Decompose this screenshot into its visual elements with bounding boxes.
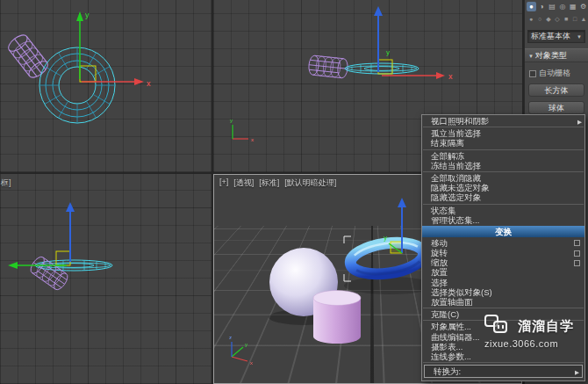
quad-title-transform: 变换 [422,226,584,237]
category-cameras-icon[interactable]: ◇ [554,15,561,23]
menu-item-unhide-all[interactable]: 全部取消隐藏 [422,173,584,183]
autogrid-checkbox[interactable] [529,70,536,77]
menu-item-label: 隐藏未选定对象 [431,183,490,192]
3dsmax-window: y x [0,0,588,384]
box-button[interactable]: 长方体 [528,83,584,97]
menu-item-end-isolate[interactable]: 结束隔离 [422,138,584,148]
menu-item-label: 隐藏选定对象 [431,192,481,202]
watermark-brand: 溜溜自学 [518,315,574,337]
svg-text:y: y [230,118,233,123]
menu-item-select[interactable]: 选择 [422,278,584,287]
menu-item-select-similar[interactable]: 选择类似对象(S) [422,287,584,297]
viewport-top-left[interactable]: y x [0,0,212,172]
menu-item-placement[interactable]: 放置 [422,267,584,277]
cylinder-wireframe[interactable] [6,32,51,80]
menu-item-move[interactable]: 移动 [422,238,584,248]
tab-hierarchy[interactable]: ▤ [548,2,557,11]
rollout-title: 对象类型 [535,51,567,60]
category-shapes-icon[interactable]: ○ [536,15,543,23]
menu-item-isolate-selection[interactable]: 孤立当前选择 [422,128,584,138]
rollout-arrow-icon: ▼ [528,54,534,59]
menu-item-label: 全部解冻 [431,151,464,161]
category-spacewarps-icon[interactable]: □ [571,15,578,23]
submenu-arrow-icon: ▶ [575,366,579,378]
menu-item-label: 视口照明和阴影 [431,116,490,126]
tab-modify[interactable]: ◑ [537,2,547,11]
menu-item-viewport-lighting[interactable]: 视口照明和阴影 ▶ [422,116,584,126]
menu-item-convert-to[interactable]: 转换为: ▶ [424,365,583,378]
svg-text:x: x [250,360,253,366]
torus-shaded[interactable] [348,238,426,278]
category-systems-icon[interactable]: ▲ [580,15,587,23]
menu-item-label: 孤立当前选择 [431,128,481,138]
menu-item-label: 状态集 [431,206,456,215]
menu-item-label: 管理状态集... [431,215,479,225]
menu-item-rotate[interactable]: 旋转 [422,248,584,257]
menu-separator [423,204,584,205]
settings-box-icon[interactable] [574,240,580,246]
category-helpers-icon[interactable]: ■ [563,15,570,23]
axis-y-label: y [85,11,90,19]
menu-item-label: 转换为: [434,366,461,376]
menu-item-place-pivot-surface[interactable]: 放置轴曲面 [422,297,584,307]
watermark-site: zixue.3066.com [484,338,574,349]
menu-item-label: 旋转 [431,248,448,257]
sphere-button[interactable]: 球体 [528,101,584,114]
viewport-menu-shading[interactable]: [默认明暗处理] [284,178,336,189]
menu-item-hide-unselected[interactable]: 隐藏未选定对象 [422,183,584,192]
torus-wireframe[interactable] [345,63,419,74]
menu-item-wire-parameters[interactable]: 连线参数... [422,351,584,361]
svg-text:y: y [245,342,247,347]
autogrid-label: 自动栅格 [539,68,570,79]
menu-item-label: 连线参数... [431,351,471,361]
menu-item-label: 移动 [431,238,448,248]
menu-item-label: 对象属性... [431,322,471,331]
menu-item-hide-selection[interactable]: 隐藏选定对象 [422,192,584,202]
category-dropdown-value: 标准基本体 [531,31,570,42]
svg-text:z: z [229,335,232,340]
axis-y-label: y [386,48,390,56]
category-geometry-icon[interactable]: ● [527,15,534,23]
category-dropdown[interactable]: 标准基本体 ▼ [527,30,585,43]
viewport-menu-pov[interactable]: [透视] [233,178,254,189]
tab-create[interactable]: ● [527,2,536,11]
tab-motion[interactable]: ◎ [557,2,567,11]
axis-tripod: x y z [229,335,253,366]
tab-display[interactable]: ▦ [568,2,577,11]
menu-item-label: 放置 [431,267,448,277]
menu-item-label: 克隆(C) [431,309,459,319]
axis-x-label: x [448,72,453,81]
category-lights-icon[interactable]: ◆ [545,15,552,23]
menu-item-freeze-selection[interactable]: 冻结当前选择 [422,161,584,170]
settings-box-icon[interactable] [574,260,580,266]
cylinder-wireframe[interactable] [308,55,348,79]
menu-item-state-sets[interactable]: 状态集 [422,206,584,215]
axis-x-label: x [147,79,151,88]
watermark-logo-icon [484,315,513,337]
menu-separator [423,171,584,172]
viewport-menu-general[interactable]: [+] [219,178,228,189]
dropdown-arrow-icon: ▼ [577,31,582,42]
menu-item-label: 摄影表... [431,342,463,351]
viewport-bottom-left[interactable]: 框] [0,174,212,384]
menu-separator [423,127,584,127]
menu-item-label: 选择 [431,278,448,287]
torus-wireframe[interactable] [39,47,115,123]
viewport-label-bar: [+] [透视] [标准] [默认明暗处理] [219,178,336,189]
menu-item-unfreeze-all[interactable]: 全部解冻 [422,151,584,161]
viewport-menu-standard[interactable]: [标准] [259,178,279,189]
move-gizmo[interactable] [8,202,75,269]
watermark: 溜溜自学 zixue.3066.com [484,315,574,349]
menu-item-label: 放置轴曲面 [431,297,473,307]
menu-item-scale[interactable]: 缩放 [422,257,584,267]
tab-utilities[interactable]: ⚙ [578,2,588,11]
menu-item-manage-state-sets[interactable]: 管理状态集... [422,215,584,225]
settings-box-icon[interactable] [574,250,580,257]
autogrid-row: 自动栅格 [529,68,588,79]
wireframe-scene-left-view [0,174,212,384]
cylinder-shaded[interactable] [313,291,361,344]
rollout-object-type[interactable]: ▼对象类型 [525,48,588,62]
menu-separator [423,149,584,150]
viewport-label-partial[interactable]: 框] [1,178,11,189]
menu-separator [423,362,584,363]
